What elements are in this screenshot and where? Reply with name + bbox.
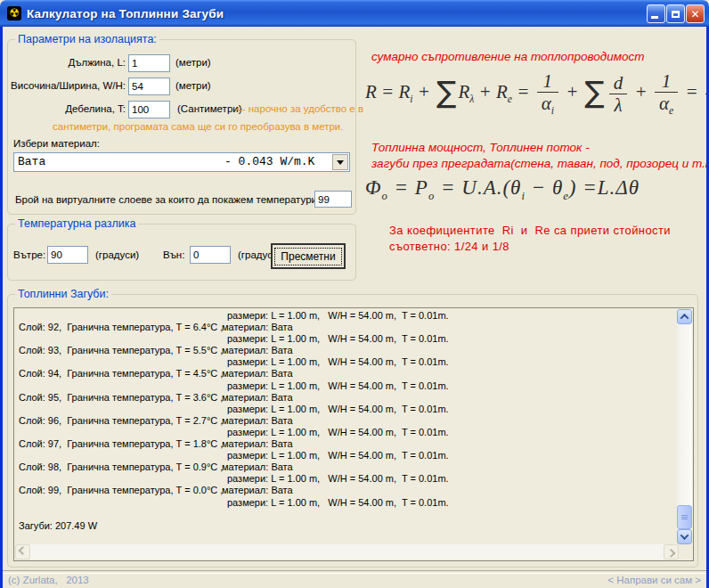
width-label: Височина/Ширина, W/H: — [8, 80, 126, 91]
length-unit: (метри) — [175, 57, 211, 68]
chevron-right-icon — [667, 549, 676, 558]
scroll-down-button[interactable] — [677, 529, 692, 544]
scroll-right-button[interactable] — [664, 544, 679, 559]
minimize-icon — [651, 16, 658, 19]
loss-list-row-layer[interactable]: Слой: 92, Гранична температура, T = 6.4°… — [14, 322, 675, 333]
power-caption-line1: Топлинна мощност, Топлинен поток - — [371, 141, 590, 154]
layers-label: Брой на виртуалните слоеве за които да п… — [15, 194, 320, 205]
chevron-down-icon — [680, 531, 689, 540]
window-titlebar[interactable]: ☢ Калкулатор на Топлинни Загуби ✕ — [0, 0, 709, 27]
loss-list-row-layer[interactable]: Слой: 95, Гранична температура, T = 3.6°… — [14, 392, 675, 404]
material-coefficient: - 0.043 W/m.K — [224, 153, 314, 171]
loss-list-row-layer[interactable]: Слой: 97, Гранична температура, T = 1.8°… — [14, 438, 675, 450]
radiation-app-icon: ☢ — [7, 6, 21, 20]
window-title: Калкулатор на Топлинни Загуби — [27, 7, 224, 20]
loss-list: размери: L = 1.00 m, W/H = 54.00 m, T = … — [14, 310, 675, 532]
resistance-formula: R = Ri + ∑Rλ + Re = 1αi + ∑dλ + 1αe = 1U — [365, 71, 709, 116]
inside-temp-input[interactable] — [47, 246, 88, 264]
window-controls: ✕ — [647, 4, 705, 23]
heat-losses-group: Топлинни Загуби: размери: L = 1.00 m, W/… — [7, 294, 698, 568]
loss-list-row-dim[interactable]: размери: L = 1.00 m, W/H = 54.00 m, T = … — [14, 356, 675, 368]
scroll-up-button[interactable] — [677, 309, 692, 324]
thickness-unit: (Сантиметри) — [177, 103, 242, 114]
chevron-left-icon — [19, 546, 28, 555]
length-input[interactable] — [128, 54, 170, 72]
vertical-scroll-thumb[interactable] — [677, 505, 692, 529]
inside-label: Вътре: — [13, 249, 45, 260]
diy-link[interactable]: < Направи си сам > — [607, 575, 701, 585]
power-caption-line2: загуби през преградата(стена, таван, под… — [371, 157, 709, 170]
loss-list-row-dim[interactable]: размери: L = 1.00 m, W/H = 54.00 m, T = … — [14, 497, 675, 509]
window-frame-left — [0, 27, 3, 588]
vertical-scrollbar[interactable] — [677, 309, 692, 544]
scroll-left-button[interactable] — [15, 544, 30, 559]
calculate-button-label: Пресметни — [274, 248, 341, 265]
temp-difference-group: Температурна разлика Вътре: (градуси) Въ… — [7, 224, 356, 281]
loss-list-row-dim[interactable]: размери: L = 1.00 m, W/H = 54.00 m, T = … — [14, 380, 675, 392]
insulation-params-title: Параметри на изолацията: — [15, 33, 159, 45]
loss-list-row-dim[interactable]: размери: L = 1.00 m, W/H = 54.00 m, T = … — [14, 333, 675, 345]
outside-label: Вън: — [163, 249, 184, 260]
coefficients-note-line1: За коефициентите Ri и Re са приети стойн… — [389, 224, 671, 237]
material-dropdown-button[interactable] — [332, 154, 348, 170]
width-unit: (метри) — [175, 80, 211, 91]
maximize-button[interactable] — [666, 4, 685, 23]
application-window: ☢ Калкулатор на Топлинни Загуби ✕ Параме… — [0, 0, 709, 588]
heat-losses-title: Топлинни Загуби: — [15, 288, 111, 300]
close-icon: ✕ — [690, 8, 699, 20]
copyright-text: (c) Zurlata, 2013 — [8, 575, 89, 585]
thickness-input[interactable] — [128, 101, 170, 118]
formulas-panel: сумарно съпротивление на топлопроводимос… — [360, 45, 709, 294]
chevron-down-icon — [337, 160, 344, 165]
loss-list-row-layer[interactable]: Слой: 93, Гранична температура, T = 5.5°… — [14, 345, 675, 356]
thumb-grip — [681, 515, 688, 516]
thumb-grip — [681, 517, 688, 518]
loss-list-row-layer[interactable]: Слой: 98, Гранична температура, T = 0.9°… — [14, 461, 675, 473]
loss-list-row-layer[interactable]: Слой: 96, Гранична температура, T = 2.7°… — [14, 415, 675, 427]
chevron-up-icon — [680, 314, 689, 323]
width-input[interactable] — [128, 78, 170, 95]
layers-input[interactable] — [314, 191, 352, 208]
loss-list-row-total[interactable]: Загуби: 207.49 W — [14, 520, 675, 532]
thumb-grip — [681, 519, 688, 519]
loss-list-row-layer[interactable]: Слой: 99, Гранична температура, T = 0.0°… — [14, 485, 675, 496]
loss-list-row-dim[interactable]: размери: L = 1.00 m, W/H = 54.00 m, T = … — [14, 310, 675, 322]
horizontal-scrollbar[interactable] — [15, 544, 679, 559]
thickness-note-line2: сантиметри, програмата сама ще си го пре… — [53, 121, 343, 132]
loss-list-row-layer[interactable]: Слой: 94, Гранична температура, T = 4.5°… — [14, 368, 675, 380]
temp-difference-title: Температурна разлика — [15, 217, 138, 230]
loss-list-row-dim[interactable]: размери: L = 1.00 m, W/H = 54.00 m, T = … — [14, 450, 675, 461]
loss-list-row-dim[interactable]: размери: L = 1.00 m, W/H = 54.00 m, T = … — [14, 473, 675, 485]
length-label: Дължина, L: — [8, 57, 126, 68]
insulation-params-group: Параметри на изолацията: Дължина, L: (ме… — [7, 39, 356, 215]
loss-listbox[interactable]: размери: L = 1.00 m, W/H = 54.00 m, T = … — [13, 307, 694, 561]
maximize-icon — [672, 11, 680, 18]
inside-unit: (градуси) — [95, 249, 139, 260]
close-button[interactable]: ✕ — [686, 4, 705, 23]
material-combobox[interactable]: Вата - 0.043 W/m.K — [13, 152, 350, 172]
material-label: Избери материал: — [13, 138, 100, 149]
loss-list-row-dim[interactable]: размери: L = 1.00 m, W/H = 54.00 m, T = … — [14, 404, 675, 415]
calculate-button[interactable]: Пресметни — [271, 243, 346, 269]
minimize-button[interactable] — [647, 4, 665, 23]
status-bar: (c) Zurlata, 2013 < Направи си сам > — [3, 574, 706, 588]
loss-list-row-blank[interactable] — [14, 509, 675, 520]
thickness-label: Дебелина, T: — [8, 103, 126, 114]
loss-list-row-dim[interactable]: размери: L = 1.00 m, W/H = 54.00 m, T = … — [14, 427, 675, 438]
power-formula: Φo = Po = U.A.(θi − θe) =L.Δθ — [365, 176, 640, 203]
thickness-note-line1: <- нарочно за удобство е в — [236, 103, 363, 114]
coefficients-note-line2: съответно: 1/24 и 1/8 — [389, 240, 509, 253]
resistance-caption: сумарно съпротивление на топлопроводимос… — [371, 50, 645, 63]
material-selected-value: Вата — [18, 153, 45, 171]
outside-temp-input[interactable] — [190, 246, 231, 264]
